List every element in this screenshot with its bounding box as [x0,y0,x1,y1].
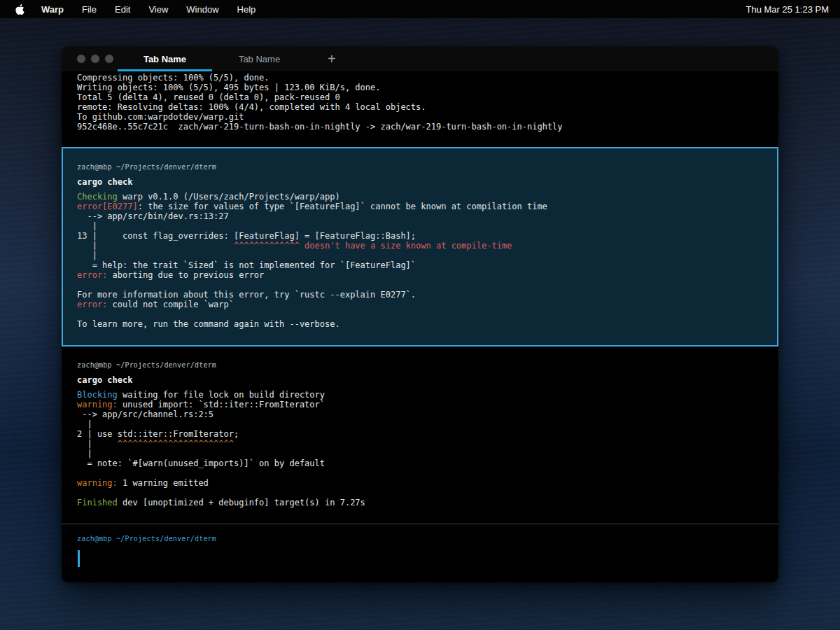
text-cursor [78,550,80,567]
command-cargo-check-error: cargo check [77,177,763,187]
menu-item-view[interactable]: View [148,4,168,15]
output-line: error[E0277]: the size for values of typ… [77,202,763,211]
command-cargo-check-warning: cargo check [77,375,764,385]
output-line: Total 5 (delta 4), reused 0 (delta 0), p… [77,92,764,102]
menu-bar: WarpFileEditViewWindowHelp Thu Mar 25 1:… [0,0,840,18]
output-line: error: aborting due to previous error [77,270,763,280]
output-line: Finished dev [unoptimized + debuginfo] t… [77,498,764,507]
output-line: = help: the trait `Sized` is not impleme… [77,260,763,270]
output-line: 2 | use std::iter::FromIterator; [77,429,764,439]
terminal-content[interactable]: Compressing objects: 100% (5/5), done.Wr… [62,71,778,582]
output-line: --> app/src/channel.rs:2:5 [77,410,764,419]
output-line: = note: `#[warn(unused_imports)]` on by … [77,458,764,468]
output-line: | [77,449,764,458]
output-line: Writing objects: 100% (5/5), 495 bytes |… [77,83,764,92]
output-line: --> app/src/bin/dev.rs:13:27 [77,211,763,221]
desktop-wallpaper: WarpFileEditViewWindowHelp Thu Mar 25 1:… [0,0,840,630]
prompt-current-prompt: zach@mbp ~/Projects/denver/dterm [77,534,764,544]
output-line: error: could not compile `warp` [77,300,763,309]
output-line: Compressing objects: 100% (5/5), done. [77,73,764,83]
zoom-button[interactable] [105,55,113,63]
output-line: warning: 1 warning emitted [77,478,764,488]
menu-clock[interactable]: Thu Mar 25 1:23 PM [746,4,830,15]
menu-item-window[interactable]: Window [186,4,218,15]
output-line: | [77,419,764,429]
output-line [77,280,763,290]
menu-item-edit[interactable]: Edit [115,4,130,15]
terminal-block-git-push-output[interactable]: Compressing objects: 100% (5/5), done.Wr… [62,71,778,132]
apple-menu-icon[interactable] [15,4,24,15]
menu-item-help[interactable]: Help [237,4,256,15]
output-cargo-check-warning: Blocking waiting for file lock on build … [77,390,764,507]
output-line: | ^^^^^^^^^^^^^ doesn't have a size know… [77,241,763,251]
new-tab-button[interactable]: + [328,46,336,71]
output-line: | [77,221,763,231]
terminal-block-cargo-check-error[interactable]: zach@mbp ~/Projects/denver/dtermcargo ch… [62,147,778,346]
output-line: Blocking waiting for file lock on build … [77,390,764,400]
output-cargo-check-error: Checking warp v0.1.0 (/Users/zach/Projec… [77,192,763,329]
terminal-block-current-prompt[interactable]: zach@mbp ~/Projects/denver/dterm [62,524,778,581]
output-line: 952c468e..55c7c21c zach/war-219-turn-bas… [77,122,764,132]
warp-terminal-window: Tab NameTab Name + Compressing objects: … [62,46,778,582]
close-button[interactable] [77,55,85,63]
traffic-lights [62,46,118,71]
output-line: To learn more, run the command again wit… [77,319,763,329]
output-line [77,488,764,498]
terminal-block-cargo-check-warning[interactable]: zach@mbp ~/Projects/denver/dtermcargo ch… [62,346,778,524]
output-line: remote: Resolving deltas: 100% (4/4), co… [77,102,764,112]
output-git-push-output: Compressing objects: 100% (5/5), done.Wr… [77,73,764,132]
minimize-button[interactable] [91,55,99,63]
output-line: Checking warp v0.1.0 (/Users/zach/Projec… [77,192,763,202]
tab-bar: Tab NameTab Name + [62,46,778,71]
output-line: | [77,251,763,260]
tab-1-active[interactable]: Tab Name [118,46,212,71]
output-line: 13 | const flag_overrides: [FeatureFlag]… [77,231,763,241]
prompt-cargo-check-error: zach@mbp ~/Projects/denver/dterm [77,162,763,172]
output-line: To github.com:warpdotdev/warp.git [77,112,764,122]
output-line: warning: unused import: `std::iter::From… [77,400,764,410]
menu-items: WarpFileEditViewWindowHelp [41,4,255,15]
menu-item-warp[interactable]: Warp [41,4,64,15]
output-line: For more information about this error, t… [77,290,763,300]
output-line: | ^^^^^^^^^^^^^^^^^^^^^^^ [77,439,764,449]
prompt-cargo-check-warning: zach@mbp ~/Projects/denver/dterm [77,360,764,370]
menu-item-file[interactable]: File [82,4,97,15]
tabs: Tab NameTab Name [118,46,307,71]
output-line [77,468,764,478]
output-line [77,309,763,319]
tab-2[interactable]: Tab Name [212,46,307,71]
